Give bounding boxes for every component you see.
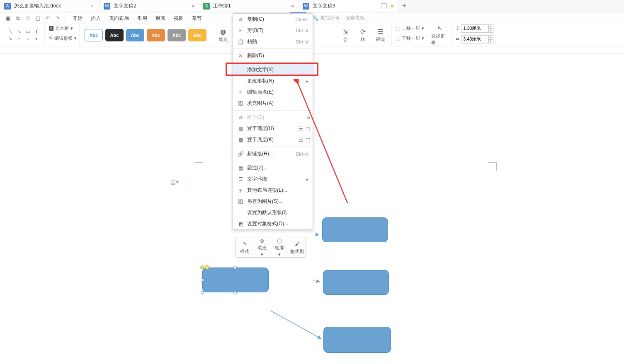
paste-quick-icon[interactable]: ⧉ <box>13 14 22 23</box>
svg-line-2 <box>270 311 321 339</box>
width-input[interactable] <box>461 35 488 43</box>
selection-pane-button[interactable]: ↖选择窗格 <box>431 25 449 46</box>
curve-icon[interactable]: ∿ <box>7 36 14 41</box>
mini-fill-button[interactable]: ◍填充▾ <box>253 237 271 257</box>
style-4[interactable]: Abc <box>147 29 165 41</box>
ctx-fill-picture[interactable]: 🖼填充图片(A) <box>233 98 313 109</box>
undo-icon[interactable]: ↶ <box>43 14 52 23</box>
align-button[interactable]: ⇲合 <box>337 25 354 46</box>
bring-forward-button[interactable]: ⬚上移一层 ▾ <box>396 24 424 33</box>
shape-width[interactable]: ⇔ ▴▾ <box>456 35 493 44</box>
brace-icon[interactable]: ⦗ <box>33 29 40 34</box>
tab-insert[interactable]: 插入 <box>87 12 105 24</box>
resize-handle-icon[interactable] <box>201 278 204 282</box>
spin-up-icon[interactable]: ▴ <box>488 35 493 39</box>
wrap-button[interactable]: ☰环绕 <box>371 25 389 46</box>
paragraph-mark-icon[interactable]: ▤▾ <box>171 178 178 186</box>
margin-corner-icon <box>195 162 203 171</box>
tab-review[interactable]: 审阅 <box>151 12 170 24</box>
arrow-icon[interactable]: ↘ <box>15 29 23 34</box>
style-6[interactable]: Abc <box>188 29 206 41</box>
spin-down-icon[interactable]: ▾ <box>488 39 493 43</box>
search-placeholder: 查找命令、搜索模板 <box>320 14 365 22</box>
more-shapes-icon[interactable]: ▾ <box>33 36 40 41</box>
print-icon[interactable]: ⎙ <box>23 14 32 23</box>
editpoints-icon: ✧ <box>236 89 245 95</box>
tab-layout[interactable]: 页面布局 <box>105 12 133 24</box>
tab-sheet1[interactable]: S 工作簿1 <box>199 0 299 12</box>
unsaved-dot-icon <box>192 5 194 7</box>
style-3[interactable]: Abc <box>126 29 144 41</box>
ctx-cut[interactable]: ✂剪切(T)Ctrl+X <box>233 25 313 36</box>
tab-view[interactable]: 视图 <box>170 12 188 24</box>
tab-doc3[interactable]: W 文字文稿3 <box>299 0 398 12</box>
link-icon: 🔗 <box>236 151 245 157</box>
tab-doc1[interactable]: W 怎么更换输入法.docx ✕ <box>0 0 100 12</box>
tab-ref[interactable]: 引用 <box>133 12 151 24</box>
line-icon[interactable]: ╲ <box>7 29 14 34</box>
rotate-icon: ⟳ <box>359 27 367 36</box>
caption-icon: ▤ <box>236 165 245 171</box>
ctx-format-object[interactable]: ◩设置对象格式(O)... <box>233 218 313 229</box>
selected-shape[interactable] <box>202 268 269 292</box>
tab-home[interactable]: 开始 <box>68 12 87 24</box>
resize-handle-icon[interactable] <box>201 291 204 294</box>
ellipse-icon[interactable]: ○ <box>24 36 32 41</box>
mini-style-button[interactable]: ✎样式 <box>236 237 253 257</box>
spin-up-icon[interactable]: ▴ <box>488 24 493 29</box>
height-input[interactable] <box>461 24 488 33</box>
tab-section[interactable]: 章节 <box>188 12 206 24</box>
redo-icon[interactable]: ↷ <box>53 14 62 23</box>
ctx-hyperlink[interactable]: 🔗超链接(H)...Ctrl+K <box>233 148 313 159</box>
ctx-edit-points[interactable]: ✧编辑顶点(E) <box>233 87 313 98</box>
ctx-change-shape[interactable]: 更改形状(N)▸ <box>233 75 313 87</box>
connector-icon[interactable]: ⤷ <box>15 36 23 41</box>
back-alt1-icon[interactable]: ☰ <box>299 137 303 143</box>
ctx-bring-front[interactable]: ▦置于顶层(U)☰⬚ <box>233 123 313 134</box>
textbox-button[interactable]: 🅰文本框 ▾ <box>49 24 73 33</box>
ctx-caption[interactable]: ▤题注(Z)... <box>233 162 313 174</box>
tab-doc2[interactable]: W 文字文稿2 <box>100 0 199 12</box>
ctx-add-text[interactable]: 添加文字(X) <box>233 64 313 75</box>
shape-gallery[interactable]: ╲ ↘ ▭ ⦗ ∿ ⤷ ○ ▾ <box>2 24 45 46</box>
style-2[interactable]: Abc <box>105 29 124 41</box>
resize-handle-icon[interactable] <box>233 291 237 294</box>
shape-rect-3[interactable] <box>323 327 391 353</box>
add-tab-button[interactable]: + <box>398 0 410 12</box>
ctx-delete[interactable]: ✕删除(D) <box>233 50 313 61</box>
close-tab-icon[interactable]: ✕ <box>89 3 95 9</box>
ctx-send-back[interactable]: ▦置于底层(K)☰⬚ <box>233 134 313 145</box>
front-alt1-icon[interactable]: ☰ <box>299 126 303 132</box>
present-icon[interactable] <box>381 3 387 9</box>
ctx-paste[interactable]: 📋粘贴Ctrl+V <box>233 36 313 47</box>
ctx-set-default[interactable]: 设置为默认形状(I) <box>233 207 313 218</box>
editshape-button[interactable]: ✎编辑形状 ▾ <box>49 34 77 43</box>
front-alt2-icon[interactable]: ⬚ <box>306 126 310 132</box>
rect-icon[interactable]: ▭ <box>24 29 32 34</box>
rotate-handle-icon[interactable] <box>200 265 204 269</box>
preview-icon[interactable]: ◫ <box>33 14 42 23</box>
command-search[interactable]: 🔍 查找命令、搜索模板 <box>312 14 365 22</box>
save-icon[interactable]: ▣ <box>3 14 12 23</box>
shape-styles[interactable]: Abc Abc Abc Abc Abc Abc <box>81 24 210 46</box>
shape-rect-2[interactable] <box>323 270 389 295</box>
rotate-button[interactable]: ⟳转 <box>354 25 371 46</box>
ctx-layout-options[interactable]: ⊞其他布局选项(L)... <box>233 185 313 196</box>
shape-height[interactable]: ⇕ ▴▾ <box>456 24 493 33</box>
mini-outline-button[interactable]: ◯轮廓▾ <box>271 237 288 257</box>
resize-handle-icon[interactable] <box>233 266 237 269</box>
tab-title: 怎么更换输入法.docx <box>14 2 61 10</box>
pen-icon: ✎ <box>240 240 249 248</box>
spin-down-icon[interactable]: ▾ <box>488 29 493 33</box>
back-alt2-icon[interactable]: ⬚ <box>306 137 310 143</box>
style-1[interactable]: Abc <box>85 29 103 41</box>
style-5[interactable]: Abc <box>168 29 186 41</box>
ctx-text-wrap[interactable]: ☲文字环绕▸ <box>233 174 313 185</box>
send-backward-button[interactable]: ⬚下移一层 ▾ <box>396 34 424 43</box>
mini-format-painter-button[interactable]: 🖌格式刷 <box>288 237 306 257</box>
shape-rect-1[interactable] <box>322 217 388 242</box>
ctx-save-as-pic[interactable]: 🖼另存为图片(S)... <box>233 196 313 207</box>
ctx-copy[interactable]: ⧉复制(C)Ctrl+C <box>233 14 313 25</box>
fill-button[interactable]: ◍填充 <box>214 25 232 46</box>
separator <box>233 63 313 63</box>
